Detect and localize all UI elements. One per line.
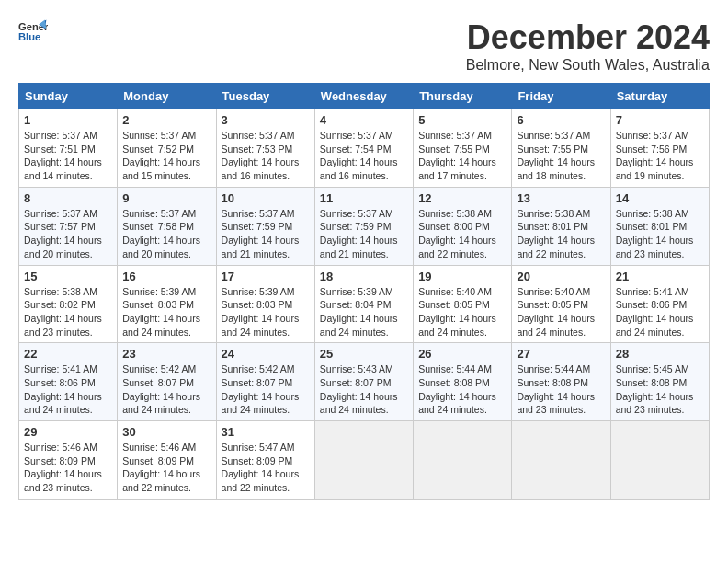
day-info: Sunrise: 5:37 AMSunset: 7:56 PMDaylight:… — [616, 129, 704, 183]
calendar-week-row: 8 Sunrise: 5:37 AMSunset: 7:57 PMDayligh… — [19, 187, 710, 265]
day-info: Sunrise: 5:37 AMSunset: 7:58 PMDaylight:… — [122, 207, 210, 261]
day-number: 31 — [222, 425, 310, 439]
calendar-cell: 19 Sunrise: 5:40 AMSunset: 8:05 PMDaylig… — [414, 265, 512, 343]
calendar-cell: 14 Sunrise: 5:38 AMSunset: 8:01 PMDaylig… — [610, 187, 709, 265]
day-number: 30 — [122, 425, 210, 439]
calendar-cell: 27 Sunrise: 5:44 AMSunset: 8:08 PMDaylig… — [512, 343, 610, 421]
day-info: Sunrise: 5:42 AMSunset: 8:07 PMDaylight:… — [222, 362, 310, 417]
day-info: Sunrise: 5:39 AMSunset: 8:03 PMDaylight:… — [222, 285, 310, 339]
day-number: 17 — [222, 270, 310, 283]
day-number: 27 — [517, 347, 605, 361]
title-section: December 2024 Belmore, New South Wales, … — [466, 18, 710, 74]
day-number: 26 — [418, 347, 506, 361]
calendar-cell: 1 Sunrise: 5:37 AMSunset: 7:51 PMDayligh… — [19, 109, 118, 188]
day-number: 7 — [616, 113, 704, 127]
header-tuesday: Tuesday — [216, 84, 314, 109]
day-number: 9 — [122, 191, 210, 205]
day-number: 3 — [222, 113, 310, 127]
calendar-table: SundayMondayTuesdayWednesdayThursdayFrid… — [18, 83, 710, 500]
calendar-cell: 29 Sunrise: 5:46 AMSunset: 8:09 PMDaylig… — [19, 421, 118, 500]
calendar-cell: 25 Sunrise: 5:43 AMSunset: 8:07 PMDaylig… — [314, 343, 413, 421]
day-number: 24 — [222, 347, 310, 361]
logo-icon: General Blue — [18, 18, 48, 44]
calendar-week-row: 15 Sunrise: 5:38 AMSunset: 8:02 PMDaylig… — [19, 265, 710, 343]
calendar-cell — [512, 421, 610, 500]
calendar-header-row: SundayMondayTuesdayWednesdayThursdayFrid… — [19, 84, 710, 109]
day-info: Sunrise: 5:47 AMSunset: 8:09 PMDaylight:… — [222, 441, 310, 495]
page-header: General Blue December 2024 Belmore, New … — [18, 18, 710, 74]
month-year-title: December 2024 — [466, 18, 710, 57]
location-subtitle: Belmore, New South Wales, Australia — [466, 57, 710, 74]
day-number: 28 — [616, 347, 704, 361]
calendar-cell: 7 Sunrise: 5:37 AMSunset: 7:56 PMDayligh… — [610, 109, 709, 188]
svg-text:Blue: Blue — [18, 31, 40, 42]
day-info: Sunrise: 5:39 AMSunset: 8:04 PMDaylight:… — [320, 285, 408, 339]
day-number: 10 — [222, 191, 310, 205]
day-number: 20 — [517, 270, 605, 283]
day-info: Sunrise: 5:41 AMSunset: 8:06 PMDaylight:… — [616, 285, 704, 339]
day-info: Sunrise: 5:37 AMSunset: 7:51 PMDaylight:… — [24, 129, 112, 183]
day-info: Sunrise: 5:38 AMSunset: 8:00 PMDaylight:… — [418, 207, 506, 261]
day-info: Sunrise: 5:44 AMSunset: 8:08 PMDaylight:… — [418, 362, 506, 417]
day-info: Sunrise: 5:40 AMSunset: 8:05 PMDaylight:… — [418, 285, 506, 339]
calendar-cell: 10 Sunrise: 5:37 AMSunset: 7:59 PMDaylig… — [216, 187, 314, 265]
header-wednesday: Wednesday — [314, 84, 413, 109]
day-info: Sunrise: 5:43 AMSunset: 8:07 PMDaylight:… — [320, 362, 408, 417]
header-thursday: Thursday — [414, 84, 512, 109]
day-number: 18 — [320, 270, 408, 283]
header-saturday: Saturday — [610, 84, 709, 109]
calendar-cell — [610, 421, 709, 500]
day-number: 19 — [418, 270, 506, 283]
day-number: 16 — [122, 270, 210, 283]
calendar-cell: 28 Sunrise: 5:45 AMSunset: 8:08 PMDaylig… — [610, 343, 709, 421]
day-info: Sunrise: 5:37 AMSunset: 7:55 PMDaylight:… — [418, 129, 506, 183]
calendar-week-row: 1 Sunrise: 5:37 AMSunset: 7:51 PMDayligh… — [19, 109, 710, 188]
calendar-week-row: 22 Sunrise: 5:41 AMSunset: 8:06 PMDaylig… — [19, 343, 710, 421]
day-info: Sunrise: 5:41 AMSunset: 8:06 PMDaylight:… — [24, 362, 112, 417]
calendar-cell: 23 Sunrise: 5:42 AMSunset: 8:07 PMDaylig… — [118, 343, 216, 421]
calendar-cell: 30 Sunrise: 5:46 AMSunset: 8:09 PMDaylig… — [118, 421, 216, 500]
calendar-cell: 22 Sunrise: 5:41 AMSunset: 8:06 PMDaylig… — [19, 343, 118, 421]
day-info: Sunrise: 5:46 AMSunset: 8:09 PMDaylight:… — [24, 441, 112, 495]
day-info: Sunrise: 5:38 AMSunset: 8:01 PMDaylight:… — [616, 207, 704, 261]
day-number: 14 — [616, 191, 704, 205]
day-info: Sunrise: 5:37 AMSunset: 7:52 PMDaylight:… — [122, 129, 210, 183]
calendar-cell: 4 Sunrise: 5:37 AMSunset: 7:54 PMDayligh… — [314, 109, 413, 188]
day-info: Sunrise: 5:37 AMSunset: 7:55 PMDaylight:… — [517, 129, 605, 183]
calendar-cell: 8 Sunrise: 5:37 AMSunset: 7:57 PMDayligh… — [19, 187, 118, 265]
day-info: Sunrise: 5:37 AMSunset: 7:54 PMDaylight:… — [320, 129, 408, 183]
day-info: Sunrise: 5:42 AMSunset: 8:07 PMDaylight:… — [122, 362, 210, 417]
calendar-cell: 5 Sunrise: 5:37 AMSunset: 7:55 PMDayligh… — [414, 109, 512, 188]
day-number: 15 — [24, 270, 112, 283]
day-info: Sunrise: 5:40 AMSunset: 8:05 PMDaylight:… — [517, 285, 605, 339]
day-number: 6 — [517, 113, 605, 127]
calendar-cell: 17 Sunrise: 5:39 AMSunset: 8:03 PMDaylig… — [216, 265, 314, 343]
day-info: Sunrise: 5:37 AMSunset: 7:53 PMDaylight:… — [222, 129, 310, 183]
calendar-cell: 11 Sunrise: 5:37 AMSunset: 7:59 PMDaylig… — [314, 187, 413, 265]
header-sunday: Sunday — [19, 84, 118, 109]
day-number: 1 — [24, 113, 112, 127]
calendar-cell: 20 Sunrise: 5:40 AMSunset: 8:05 PMDaylig… — [512, 265, 610, 343]
calendar-cell: 24 Sunrise: 5:42 AMSunset: 8:07 PMDaylig… — [216, 343, 314, 421]
calendar-cell: 26 Sunrise: 5:44 AMSunset: 8:08 PMDaylig… — [414, 343, 512, 421]
day-number: 5 — [418, 113, 506, 127]
calendar-cell: 31 Sunrise: 5:47 AMSunset: 8:09 PMDaylig… — [216, 421, 314, 500]
header-friday: Friday — [512, 84, 610, 109]
calendar-cell: 6 Sunrise: 5:37 AMSunset: 7:55 PMDayligh… — [512, 109, 610, 188]
day-info: Sunrise: 5:38 AMSunset: 8:02 PMDaylight:… — [24, 285, 112, 339]
day-info: Sunrise: 5:46 AMSunset: 8:09 PMDaylight:… — [122, 441, 210, 495]
day-number: 22 — [24, 347, 112, 361]
calendar-cell: 13 Sunrise: 5:38 AMSunset: 8:01 PMDaylig… — [512, 187, 610, 265]
day-info: Sunrise: 5:37 AMSunset: 7:59 PMDaylight:… — [222, 207, 310, 261]
calendar-cell: 15 Sunrise: 5:38 AMSunset: 8:02 PMDaylig… — [19, 265, 118, 343]
calendar-week-row: 29 Sunrise: 5:46 AMSunset: 8:09 PMDaylig… — [19, 421, 710, 500]
day-number: 29 — [24, 425, 112, 439]
day-number: 8 — [24, 191, 112, 205]
calendar-cell: 12 Sunrise: 5:38 AMSunset: 8:00 PMDaylig… — [414, 187, 512, 265]
day-number: 25 — [320, 347, 408, 361]
header-monday: Monday — [118, 84, 216, 109]
calendar-cell: 3 Sunrise: 5:37 AMSunset: 7:53 PMDayligh… — [216, 109, 314, 188]
calendar-cell — [314, 421, 413, 500]
day-number: 12 — [418, 191, 506, 205]
day-number: 4 — [320, 113, 408, 127]
